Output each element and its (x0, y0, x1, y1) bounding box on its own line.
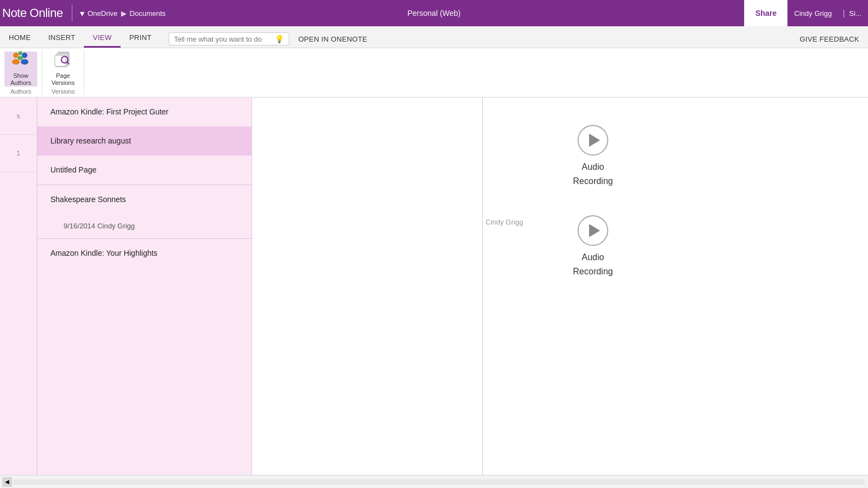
author-label: Cindy Grigg (486, 218, 523, 226)
authors-svg (10, 51, 31, 67)
ribbon-group-authors: ShowAuthors Authors (0, 50, 42, 95)
breadcrumb-arrow: ▶ (121, 9, 127, 18)
audio-recording-label-2: Audio Recording (573, 250, 613, 278)
vertical-author-line (482, 97, 483, 475)
page-item-untitled[interactable]: Untitled Page (37, 156, 252, 185)
audio-recording-label-1: Audio Recording (573, 160, 613, 188)
page-versions-button[interactable]: PageVersions (47, 51, 79, 87)
show-authors-button[interactable]: ShowAuthors (4, 51, 37, 87)
page-versions-label: PageVersions (52, 72, 75, 87)
breadcrumb-part2: Documents (130, 9, 166, 18)
left-col-item-s: s (0, 97, 37, 135)
open-onenote-button[interactable]: OPEN IN ONENOTE (289, 31, 376, 48)
tab-print[interactable]: PRINT (121, 29, 161, 48)
svg-point-3 (21, 59, 28, 65)
play-button-1[interactable] (578, 125, 608, 156)
tab-home[interactable]: HOME (0, 29, 39, 48)
lightbulb-icon: 💡 (275, 35, 284, 43)
sign-in-label: Si... (849, 9, 868, 18)
audio-recording-1: Audio Recording (318, 125, 868, 188)
authors-group-label: Authors (4, 87, 37, 95)
page-item-kindle-highlights[interactable]: Amazon Kindle: Your Highlights (37, 238, 252, 268)
scroll-left-button[interactable]: ◀ (2, 477, 12, 487)
tell-me-box[interactable]: 💡 (169, 32, 289, 45)
versions-icon (54, 51, 72, 71)
svg-point-1 (12, 59, 20, 65)
main-layout: s 1 Amazon Kindle: First Project Guter L… (0, 97, 868, 475)
ribbon-content: ShowAuthors Authors PageVer (0, 48, 868, 97)
ribbon-tabs: HOME INSERT VIEW PRINT 💡 OPEN IN ONENOTE… (0, 26, 868, 48)
play-triangle-1 (589, 134, 600, 147)
give-feedback-button[interactable]: GIVE FEEDBACK (791, 31, 868, 48)
title-separator: | (838, 9, 849, 18)
share-button[interactable]: Share (744, 0, 787, 26)
audio-recording-2: Audio Recording (318, 215, 868, 278)
tab-view[interactable]: VIEW (84, 29, 120, 48)
title-bar: Note Online ▾ OneDrive ▶ Documents Perso… (0, 0, 868, 26)
svg-point-5 (18, 56, 23, 60)
ribbon-group-versions: PageVersions Versions (42, 50, 84, 95)
page-item-shakespeare[interactable]: Shakespeare Sonnets (37, 185, 252, 214)
left-col-item-1: 1 (0, 135, 37, 172)
tell-me-input[interactable] (174, 35, 272, 43)
app-dropdown-button[interactable]: ▾ (77, 8, 88, 19)
title-bar-left: Note Online ▾ OneDrive ▶ Documents (0, 5, 165, 21)
breadcrumb-part1: OneDrive (88, 9, 118, 18)
content-area: Cindy Grigg Audio Recording Audio Record… (252, 97, 868, 475)
show-authors-label: ShowAuthors (10, 72, 31, 87)
svg-point-4 (19, 51, 22, 55)
page-item-library-research[interactable]: Library research august (37, 127, 252, 156)
user-name: Cindy Grigg (787, 9, 838, 18)
page-item-kindle-first[interactable]: Amazon Kindle: First Project Guter (37, 97, 252, 127)
authors-icon (10, 51, 31, 71)
ribbon-group-items-authors: ShowAuthors (4, 50, 37, 87)
page-item-cindy-date[interactable]: 9/16/2014 Cindy Grigg (37, 214, 252, 238)
breadcrumb: OneDrive ▶ Documents (88, 9, 166, 18)
title-divider (72, 5, 72, 21)
versions-svg (54, 51, 72, 67)
ribbon-group-items-versions: PageVersions (47, 50, 79, 87)
versions-group-label: Versions (47, 87, 79, 95)
bottom-scrollbar: ◀ (0, 475, 868, 488)
tab-insert[interactable]: INSERT (39, 29, 84, 48)
left-column: s 1 (0, 97, 37, 475)
scrollbar-track[interactable] (13, 479, 865, 485)
app-title: Note Online (0, 6, 67, 20)
play-button-2[interactable] (578, 215, 608, 246)
page-list: Amazon Kindle: First Project Guter Libra… (37, 97, 252, 475)
play-triangle-2 (589, 224, 600, 237)
notebook-name: Personal (Web) (407, 9, 460, 18)
title-right: Share Cindy Grigg | Si... (744, 0, 868, 26)
